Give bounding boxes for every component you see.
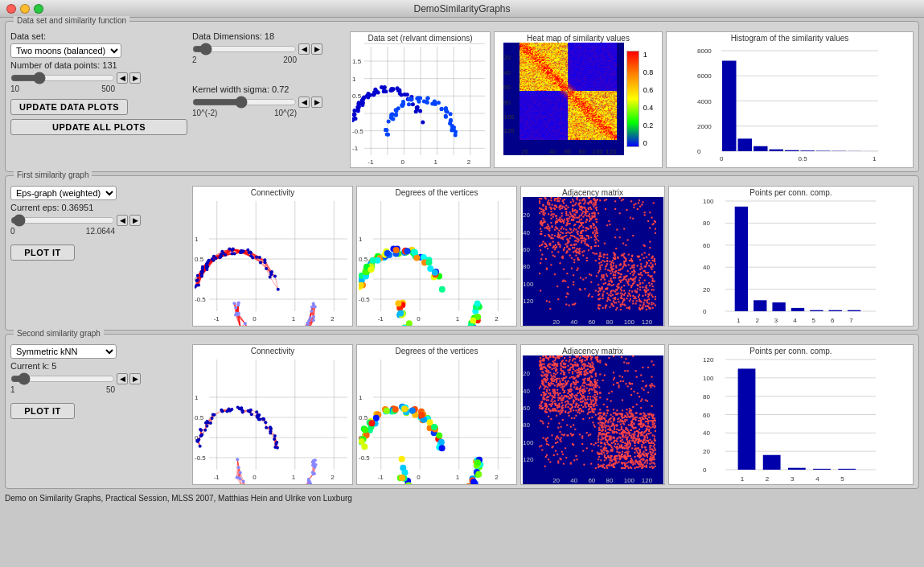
- k-slider[interactable]: [10, 373, 115, 384]
- num-points-label: Number of data points: 131: [10, 60, 187, 70]
- first-degrees-title: Degrees of the vertices: [396, 188, 478, 197]
- second-k-label: Current k: 5: [10, 361, 187, 371]
- cb-0: 0: [643, 139, 654, 147]
- close-button[interactable]: [6, 4, 16, 14]
- second-degrees-canvas: [359, 355, 515, 484]
- maximize-button[interactable]: [34, 4, 43, 14]
- second-graph-panel: Second similarity graph Symmetric kNN Ep…: [5, 334, 919, 489]
- points-max: 500: [101, 84, 115, 93]
- data-plots: Data set (relvant dimensions) Heat map o…: [350, 31, 914, 168]
- dataset-label: Data set:: [10, 31, 187, 41]
- second-graph-title: Second similarity graph: [14, 329, 104, 338]
- heatmap-plot-title: Heat map of similarity values: [527, 34, 630, 43]
- histogram-title: Histogram of the similarity values: [731, 34, 849, 43]
- cb-04: 0.4: [643, 104, 654, 112]
- k-step-right[interactable]: ▶: [129, 373, 141, 384]
- footer-text: Demo on Similarity Graphs, Practical Ses…: [5, 494, 352, 503]
- points-step-right[interactable]: ▶: [129, 72, 141, 84]
- update-all-button[interactable]: UPDATE ALL PLOTS: [10, 119, 187, 135]
- second-graph-type-select[interactable]: Symmetric kNN Eps-graph (weighted) Eps-g…: [10, 344, 117, 359]
- first-conn-title: Connectivity: [251, 188, 294, 197]
- kernel-max: 10^(2): [274, 109, 297, 117]
- k-max: 50: [106, 385, 115, 394]
- first-points-title: Points per conn. comp.: [749, 188, 832, 197]
- eps-min: 0: [10, 227, 15, 236]
- heatmap-area: 1 0.8 0.6 0.4 0.2 0: [503, 43, 654, 155]
- eps-step-right[interactable]: ▶: [129, 215, 141, 226]
- cb-02: 0.2: [643, 121, 654, 129]
- colorbar-labels: 1 0.8 0.6 0.4 0.2 0: [642, 51, 654, 147]
- data-controls: Data set: Two moons (balanced) Two moons…: [10, 31, 187, 135]
- first-degrees-canvas: [359, 197, 515, 326]
- first-graph-title: First similarity graph: [14, 171, 92, 179]
- footer: Demo on Similarity Graphs, Practical Ses…: [0, 492, 924, 504]
- first-adj-canvas: [523, 197, 663, 326]
- first-eps-label: Current eps: 0.36951: [10, 203, 187, 212]
- k-min: 1: [10, 385, 15, 394]
- dim-max: 200: [283, 55, 297, 64]
- second-plot-button[interactable]: PLOT IT: [10, 403, 75, 419]
- kernel-slider[interactable]: [192, 97, 297, 108]
- eps-step-left[interactable]: ◀: [117, 215, 128, 226]
- window-controls[interactable]: [6, 4, 43, 14]
- title-bar: DemoSimilarityGraphs: [0, 0, 924, 18]
- dataset-plot: Data set (relvant dimensions): [350, 31, 491, 168]
- update-data-button[interactable]: UPDATE DATA PLOTS: [10, 99, 128, 115]
- histogram-canvas: [697, 43, 882, 167]
- dim-slider[interactable]: [192, 43, 297, 55]
- kernel-min: 10^(-2): [192, 109, 217, 117]
- second-connectivity-plot: Connectivity: [192, 344, 353, 485]
- data-panel: Data set and similarity function Data se…: [5, 21, 919, 172]
- second-graph-controls: Symmetric kNN Eps-graph (weighted) Eps-g…: [10, 344, 187, 419]
- second-points-title: Points per conn. comp.: [749, 347, 832, 355]
- heatmap-plot: Heat map of similarity values 1 0.8 0.6: [494, 31, 663, 168]
- second-degrees-plot: Degrees of the vertices: [356, 344, 517, 485]
- kernel-step-left[interactable]: ◀: [298, 97, 310, 108]
- dataset-canvas: [352, 43, 489, 167]
- eps-slider[interactable]: [10, 215, 115, 226]
- minimize-button[interactable]: [20, 4, 30, 14]
- first-graph-panel: First similarity graph Eps-graph (weight…: [5, 175, 919, 331]
- heatmap-canvas: [503, 43, 624, 155]
- main-content: Data set and similarity function Data se…: [0, 18, 924, 492]
- first-plot-button[interactable]: PLOT IT: [10, 244, 75, 261]
- points-slider[interactable]: [10, 72, 115, 84]
- second-adj-title: Adjacency matrix: [562, 347, 623, 355]
- cb-1: 1: [643, 51, 654, 59]
- data-right-controls: Data Dimensions: 18 ◀ ▶ 2 200 Kernel wid…: [192, 31, 345, 117]
- dataset-select[interactable]: Two moons (balanced) Two moons Three clu…: [10, 43, 121, 58]
- cb-06: 0.6: [643, 86, 654, 94]
- points-step-left[interactable]: ◀: [117, 72, 128, 84]
- kernel-step-right[interactable]: ▶: [311, 97, 322, 108]
- dim-step-right[interactable]: ▶: [311, 43, 322, 55]
- dim-step-left[interactable]: ◀: [298, 43, 310, 55]
- colorbar: [626, 51, 639, 147]
- second-degrees-title: Degrees of the vertices: [396, 347, 478, 355]
- first-graph-type-select[interactable]: Eps-graph (weighted) Eps-graph kNN graph…: [10, 186, 117, 200]
- kernel-label: Kernel width sigma: 0.72: [192, 84, 345, 94]
- second-points-plot: Points per conn. comp.: [668, 344, 914, 485]
- histogram-plot: Histogram of the similarity values: [666, 31, 914, 168]
- first-degrees-plot: Degrees of the vertices: [356, 186, 517, 327]
- dim-min: 2: [192, 55, 197, 64]
- first-graph-controls: Eps-graph (weighted) Eps-graph kNN graph…: [10, 186, 187, 261]
- first-adj-title: Adjacency matrix: [562, 188, 623, 197]
- first-graph-plots: Connectivity Degrees of the vertices Adj…: [192, 186, 914, 327]
- first-conn-canvas: [195, 197, 351, 326]
- first-points-plot: Points per conn. comp.: [668, 186, 914, 327]
- first-adj-plot: Adjacency matrix: [520, 186, 665, 327]
- k-step-left[interactable]: ◀: [117, 373, 128, 384]
- points-min: 10: [10, 84, 19, 93]
- data-dimensions-label: Data Dimensions: 18: [192, 31, 345, 41]
- cb-08: 0.8: [643, 68, 654, 76]
- first-points-canvas: [703, 197, 880, 326]
- second-graph-plots: Connectivity Degrees of the vertices Adj…: [192, 344, 914, 485]
- second-conn-canvas: [195, 355, 351, 484]
- data-panel-title: Data set and similarity function: [14, 16, 129, 25]
- eps-max: 12.0644: [86, 227, 115, 236]
- second-conn-title: Connectivity: [251, 347, 294, 355]
- second-adj-plot: Adjacency matrix: [520, 344, 665, 485]
- second-adj-canvas: [523, 355, 663, 484]
- window-title: DemoSimilarityGraphs: [413, 3, 510, 14]
- first-connectivity-plot: Connectivity: [192, 186, 353, 327]
